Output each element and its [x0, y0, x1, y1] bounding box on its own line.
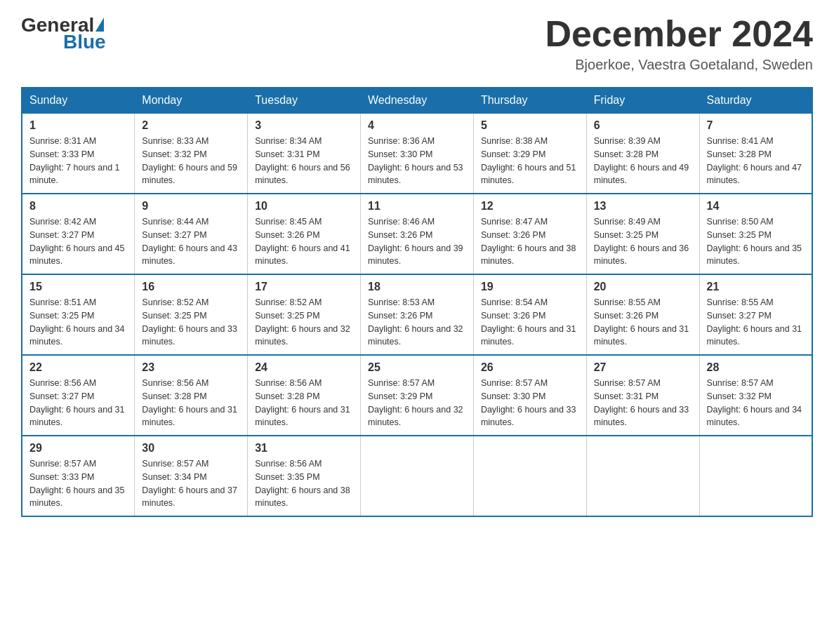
calendar-day-11: 11Sunrise: 8:46 AMSunset: 3:26 PMDayligh… — [361, 194, 474, 274]
page-header: General Blue December 2024 Bjoerkoe, Vae… — [21, 14, 813, 73]
day-number: 18 — [368, 281, 466, 293]
calendar-header-row: Sunday Monday Tuesday Wednesday Thursday… — [22, 88, 812, 113]
day-info: Sunrise: 8:57 AMSunset: 3:32 PMDaylight:… — [707, 377, 805, 429]
calendar-day-21: 21Sunrise: 8:55 AMSunset: 3:27 PMDayligh… — [699, 274, 812, 355]
day-number: 6 — [594, 119, 692, 132]
day-info: Sunrise: 8:55 AMSunset: 3:26 PMDaylight:… — [594, 296, 692, 349]
col-thursday: Thursday — [473, 88, 586, 113]
title-area: December 2024 Bjoerkoe, Vaestra Goetalan… — [545, 14, 813, 73]
day-number: 4 — [368, 119, 466, 132]
day-number: 2 — [142, 119, 240, 132]
calendar-week-row-2: 8Sunrise: 8:42 AMSunset: 3:27 PMDaylight… — [22, 194, 812, 274]
empty-cell — [473, 436, 586, 516]
calendar-day-7: 7Sunrise: 8:41 AMSunset: 3:28 PMDaylight… — [699, 113, 812, 194]
day-info: Sunrise: 8:34 AMSunset: 3:31 PMDaylight:… — [255, 135, 353, 187]
day-info: Sunrise: 8:52 AMSunset: 3:25 PMDaylight:… — [255, 296, 353, 349]
empty-cell — [699, 436, 812, 516]
day-number: 19 — [481, 281, 579, 293]
day-info: Sunrise: 8:57 AMSunset: 3:33 PMDaylight:… — [29, 457, 127, 510]
day-number: 30 — [142, 442, 240, 455]
day-info: Sunrise: 8:56 AMSunset: 3:28 PMDaylight:… — [142, 377, 240, 429]
day-number: 11 — [368, 200, 466, 213]
calendar-week-row-1: 1Sunrise: 8:31 AMSunset: 3:33 PMDaylight… — [22, 113, 812, 194]
day-number: 26 — [481, 361, 579, 374]
calendar-week-row-5: 29Sunrise: 8:57 AMSunset: 3:33 PMDayligh… — [22, 436, 812, 516]
day-number: 31 — [255, 442, 353, 455]
day-info: Sunrise: 8:44 AMSunset: 3:27 PMDaylight:… — [142, 215, 240, 268]
calendar-day-29: 29Sunrise: 8:57 AMSunset: 3:33 PMDayligh… — [22, 436, 135, 516]
calendar-week-row-4: 22Sunrise: 8:56 AMSunset: 3:27 PMDayligh… — [22, 355, 812, 436]
day-info: Sunrise: 8:57 AMSunset: 3:31 PMDaylight:… — [594, 377, 692, 429]
day-number: 16 — [142, 281, 240, 293]
empty-cell — [361, 436, 474, 516]
day-number: 9 — [142, 200, 240, 213]
calendar-day-20: 20Sunrise: 8:55 AMSunset: 3:26 PMDayligh… — [586, 274, 699, 355]
col-tuesday: Tuesday — [248, 88, 361, 113]
calendar-day-27: 27Sunrise: 8:57 AMSunset: 3:31 PMDayligh… — [586, 355, 699, 436]
calendar-day-12: 12Sunrise: 8:47 AMSunset: 3:26 PMDayligh… — [473, 194, 586, 274]
calendar-day-24: 24Sunrise: 8:56 AMSunset: 3:28 PMDayligh… — [248, 355, 361, 436]
calendar-day-2: 2Sunrise: 8:33 AMSunset: 3:32 PMDaylight… — [135, 113, 248, 194]
day-info: Sunrise: 8:50 AMSunset: 3:25 PMDaylight:… — [707, 215, 805, 268]
day-number: 23 — [142, 361, 240, 374]
day-number: 10 — [255, 200, 353, 213]
day-number: 20 — [594, 281, 692, 293]
day-info: Sunrise: 8:53 AMSunset: 3:26 PMDaylight:… — [368, 296, 466, 349]
calendar-day-17: 17Sunrise: 8:52 AMSunset: 3:25 PMDayligh… — [248, 274, 361, 355]
calendar-day-28: 28Sunrise: 8:57 AMSunset: 3:32 PMDayligh… — [699, 355, 812, 436]
logo-blue-text: Blue — [63, 31, 106, 53]
month-title: December 2024 — [545, 14, 813, 54]
day-number: 28 — [707, 361, 805, 374]
day-number: 15 — [29, 281, 127, 293]
day-number: 25 — [368, 361, 466, 374]
day-number: 22 — [29, 361, 127, 374]
day-number: 17 — [255, 281, 353, 293]
day-info: Sunrise: 8:46 AMSunset: 3:26 PMDaylight:… — [368, 215, 466, 268]
calendar-week-row-3: 15Sunrise: 8:51 AMSunset: 3:25 PMDayligh… — [22, 274, 812, 355]
day-info: Sunrise: 8:52 AMSunset: 3:25 PMDaylight:… — [142, 296, 240, 349]
calendar-day-5: 5Sunrise: 8:38 AMSunset: 3:29 PMDaylight… — [473, 113, 586, 194]
day-info: Sunrise: 8:33 AMSunset: 3:32 PMDaylight:… — [142, 135, 240, 187]
day-info: Sunrise: 8:55 AMSunset: 3:27 PMDaylight:… — [707, 296, 805, 349]
day-info: Sunrise: 8:31 AMSunset: 3:33 PMDaylight:… — [29, 135, 127, 187]
day-number: 29 — [29, 442, 127, 455]
calendar-day-25: 25Sunrise: 8:57 AMSunset: 3:29 PMDayligh… — [361, 355, 474, 436]
calendar-day-10: 10Sunrise: 8:45 AMSunset: 3:26 PMDayligh… — [248, 194, 361, 274]
calendar-day-3: 3Sunrise: 8:34 AMSunset: 3:31 PMDaylight… — [248, 113, 361, 194]
col-wednesday: Wednesday — [361, 88, 474, 113]
day-info: Sunrise: 8:45 AMSunset: 3:26 PMDaylight:… — [255, 215, 353, 268]
day-number: 3 — [255, 119, 353, 132]
day-number: 14 — [707, 200, 805, 213]
day-number: 1 — [29, 119, 127, 132]
day-info: Sunrise: 8:56 AMSunset: 3:35 PMDaylight:… — [255, 457, 353, 510]
calendar-day-15: 15Sunrise: 8:51 AMSunset: 3:25 PMDayligh… — [22, 274, 135, 355]
calendar-day-16: 16Sunrise: 8:52 AMSunset: 3:25 PMDayligh… — [135, 274, 248, 355]
calendar-day-4: 4Sunrise: 8:36 AMSunset: 3:30 PMDaylight… — [361, 113, 474, 194]
col-monday: Monday — [135, 88, 248, 113]
calendar-day-31: 31Sunrise: 8:56 AMSunset: 3:35 PMDayligh… — [248, 436, 361, 516]
day-number: 13 — [594, 200, 692, 213]
calendar-day-19: 19Sunrise: 8:54 AMSunset: 3:26 PMDayligh… — [473, 274, 586, 355]
calendar-day-13: 13Sunrise: 8:49 AMSunset: 3:25 PMDayligh… — [586, 194, 699, 274]
day-info: Sunrise: 8:57 AMSunset: 3:30 PMDaylight:… — [481, 377, 579, 429]
day-info: Sunrise: 8:56 AMSunset: 3:28 PMDaylight:… — [255, 377, 353, 429]
day-info: Sunrise: 8:51 AMSunset: 3:25 PMDaylight:… — [29, 296, 127, 349]
empty-cell — [586, 436, 699, 516]
day-number: 24 — [255, 361, 353, 374]
day-info: Sunrise: 8:41 AMSunset: 3:28 PMDaylight:… — [707, 135, 805, 187]
day-info: Sunrise: 8:39 AMSunset: 3:28 PMDaylight:… — [594, 135, 692, 187]
logo-triangle-icon — [95, 18, 104, 32]
calendar-day-22: 22Sunrise: 8:56 AMSunset: 3:27 PMDayligh… — [22, 355, 135, 436]
day-info: Sunrise: 8:57 AMSunset: 3:34 PMDaylight:… — [142, 457, 240, 510]
calendar-day-9: 9Sunrise: 8:44 AMSunset: 3:27 PMDaylight… — [135, 194, 248, 274]
calendar-day-26: 26Sunrise: 8:57 AMSunset: 3:30 PMDayligh… — [473, 355, 586, 436]
day-number: 8 — [29, 200, 127, 213]
calendar-table: Sunday Monday Tuesday Wednesday Thursday… — [21, 87, 813, 517]
day-info: Sunrise: 8:42 AMSunset: 3:27 PMDaylight:… — [29, 215, 127, 268]
col-saturday: Saturday — [699, 88, 812, 113]
day-info: Sunrise: 8:38 AMSunset: 3:29 PMDaylight:… — [481, 135, 579, 187]
day-info: Sunrise: 8:36 AMSunset: 3:30 PMDaylight:… — [368, 135, 466, 187]
col-sunday: Sunday — [22, 88, 135, 113]
calendar-day-30: 30Sunrise: 8:57 AMSunset: 3:34 PMDayligh… — [135, 436, 248, 516]
day-info: Sunrise: 8:56 AMSunset: 3:27 PMDaylight:… — [29, 377, 127, 429]
